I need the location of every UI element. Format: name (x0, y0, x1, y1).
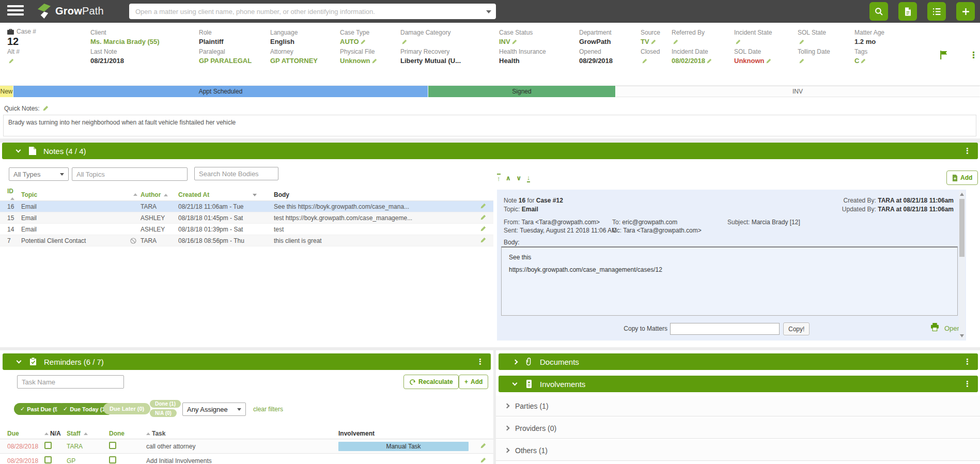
add-reminder-button[interactable]: + Add (459, 375, 488, 389)
list-button[interactable] (927, 2, 946, 21)
notes-section-header[interactable]: Notes (4 / 4) ⋮ (2, 143, 978, 159)
note-type-filter-select[interactable]: All Types (9, 167, 69, 181)
edit-icon[interactable] (861, 57, 866, 65)
documents-kebab-menu-icon[interactable]: ⋮ (963, 357, 971, 366)
note-body-link[interactable]: https://boyk.growpath.com/case_managemen… (509, 266, 662, 273)
copy-to-matters-input[interactable] (670, 323, 780, 335)
last-note-icon[interactable]: ↓ (527, 174, 531, 182)
edit-reminder-icon[interactable] (480, 443, 486, 450)
chevron-right-icon[interactable] (513, 359, 518, 364)
filter-done[interactable]: Done (1) (150, 400, 181, 408)
notes-kebab-menu-icon[interactable]: ⋮ (963, 146, 971, 156)
quick-notes-text[interactable]: Brady was turning into her neighborhood … (3, 115, 976, 136)
status-segment-new[interactable]: New (0, 86, 13, 97)
right-bottom-panels: Documents ⋮ Involvements ⋮ Parties (1) P… (496, 350, 980, 464)
edit-icon[interactable] (799, 38, 804, 46)
filter-due-later[interactable]: Due Later (0) (103, 403, 150, 414)
involvements-group-providers[interactable]: Providers (0) (496, 418, 980, 439)
chevron-down-icon[interactable] (16, 359, 21, 364)
hamburger-menu-icon[interactable] (7, 5, 24, 18)
involvements-section-header[interactable]: Involvements ⋮ (499, 376, 978, 392)
previous-note-icon[interactable]: ∧ (506, 174, 511, 182)
copy-button[interactable]: Copy! (783, 322, 810, 335)
edit-note-icon[interactable] (480, 237, 486, 244)
done-checkbox[interactable] (109, 442, 116, 449)
case-kebab-menu-icon[interactable]: ⋮ (969, 50, 978, 60)
note-row[interactable]: 15 Email ASHLEY 08/18/18 01:45pm - Sat t… (0, 212, 493, 224)
involvements-kebab-menu-icon[interactable]: ⋮ (963, 379, 971, 389)
reminders-kebab-menu-icon[interactable]: ⋮ (476, 357, 484, 366)
note-icon (29, 147, 36, 155)
edit-reminder-icon[interactable] (480, 457, 486, 464)
search-button[interactable] (869, 2, 888, 21)
involvement-badge[interactable]: Manual Task (338, 442, 469, 451)
field-tolling-date: Tolling Date (798, 48, 830, 65)
done-checkbox[interactable] (109, 456, 116, 463)
clear-filters-link[interactable]: clear filters (253, 406, 283, 413)
list-icon (932, 8, 941, 16)
edit-icon[interactable] (372, 57, 377, 65)
edit-icon[interactable] (799, 57, 804, 65)
note-body-search-input[interactable] (194, 167, 278, 180)
edit-icon[interactable] (673, 38, 678, 46)
task-name-input[interactable] (17, 375, 124, 389)
notes-section: Notes (4 / 4) ⋮ All Types ID Topic Autho… (0, 143, 980, 347)
note-row[interactable]: 14 Email ASHLEY 08/18/18 01:39pm - Sat t… (0, 224, 493, 235)
edit-icon[interactable] (707, 57, 712, 65)
status-segment-inv[interactable]: INV (616, 86, 980, 97)
refresh-icon (409, 379, 416, 385)
edit-icon[interactable] (766, 57, 771, 65)
add-note-button[interactable]: Add (946, 171, 978, 185)
global-search-input[interactable] (129, 4, 496, 19)
notes-table-header: ID Topic Author Created At Body (0, 189, 493, 201)
involvements-group-others[interactable]: Others (1) (496, 440, 980, 461)
edit-icon[interactable] (736, 38, 741, 46)
growpath-logo[interactable]: GrowPath (37, 4, 104, 19)
scrollbar-thumb[interactable] (959, 199, 965, 257)
growpath-app: GrowPath Case # 12 Client Ms. Marcia Bra… (0, 0, 980, 464)
chevron-down-icon[interactable] (512, 381, 517, 386)
scroll-up-icon[interactable] (960, 193, 964, 196)
edit-icon[interactable] (9, 57, 14, 65)
reminders-section-header[interactable]: Reminders (6 / 7) ⋮ (3, 353, 491, 370)
filter-na[interactable]: N/A (0) (150, 409, 177, 417)
field-closed: Closed (641, 48, 660, 65)
add-button[interactable] (956, 2, 975, 21)
search-dropdown-caret-icon[interactable] (486, 10, 491, 13)
chevron-down-icon[interactable] (15, 148, 21, 153)
recalculate-button[interactable]: Recalculate (403, 375, 459, 389)
flag-icon[interactable] (940, 51, 947, 61)
documents-section-header[interactable]: Documents ⋮ (499, 353, 978, 370)
documents-button[interactable] (898, 2, 917, 21)
status-segment-appt-scheduled[interactable]: Appt Scheduled (13, 86, 428, 97)
note-detail-scrollbar[interactable] (959, 191, 965, 339)
na-checkbox[interactable] (44, 456, 52, 463)
edit-icon[interactable] (642, 57, 647, 65)
edit-icon[interactable] (651, 38, 656, 46)
document-icon (904, 7, 912, 16)
status-segment-signed[interactable]: Signed (428, 86, 616, 97)
edit-note-icon[interactable] (480, 226, 486, 233)
edit-note-icon[interactable] (480, 203, 486, 210)
paperclip-icon (525, 358, 533, 366)
clipboard-check-icon (29, 358, 37, 366)
edit-icon[interactable] (512, 38, 517, 46)
reminder-row[interactable]: 08/28/2018 TARA call other attorney Manu… (0, 439, 493, 454)
edit-note-icon[interactable] (480, 214, 486, 222)
note-topics-filter-input[interactable] (72, 167, 188, 181)
note-row[interactable]: 16 Email TARA 08/21/18 11:06am - Tue See… (0, 201, 493, 212)
next-note-icon[interactable]: ∨ (516, 174, 522, 182)
print-icon[interactable] (931, 323, 939, 333)
edit-icon[interactable] (361, 38, 366, 46)
reminder-row[interactable]: 08/29/2018 GP Add Initial Involvements (0, 454, 493, 464)
case-status-progress-bar: New Appt Scheduled Signed INV (0, 86, 980, 97)
first-note-icon[interactable]: ↑ (497, 174, 501, 182)
note-body[interactable]: See this https://boyk.growpath.com/case_… (501, 246, 958, 316)
edit-icon[interactable] (402, 38, 407, 46)
assignee-filter-select[interactable]: Any Assignee (182, 403, 246, 416)
edit-icon[interactable] (43, 105, 49, 113)
involvements-group-parties[interactable]: Parties (1) (496, 396, 980, 416)
na-checkbox[interactable] (44, 442, 52, 449)
note-row[interactable]: 7 Potential Client Contact TARA 08/16/18… (0, 235, 493, 246)
scroll-down-icon[interactable] (960, 334, 964, 337)
